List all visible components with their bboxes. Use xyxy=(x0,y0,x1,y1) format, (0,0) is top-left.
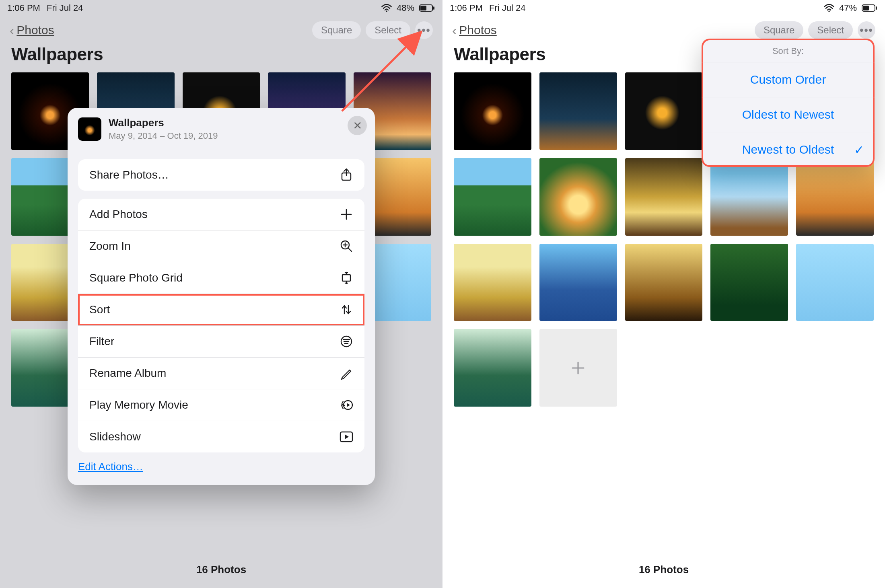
more-button[interactable]: ••• xyxy=(858,21,875,39)
zoom-in-label: Zoom In xyxy=(89,240,131,253)
svg-rect-14 xyxy=(876,6,877,10)
photo-count: 16 Photos xyxy=(442,563,885,576)
close-button[interactable]: ✕ xyxy=(348,116,367,135)
sort-oldest-to-newest[interactable]: Oldest to Newest xyxy=(702,97,875,132)
left-screenshot: 1:06 PM Fri Jul 24 48% ‹ Photos Square S… xyxy=(0,0,442,588)
status-date: Fri Jul 24 xyxy=(489,3,525,13)
photo-thumb[interactable] xyxy=(710,244,788,321)
slideshow-row[interactable]: Slideshow xyxy=(78,421,364,452)
photo-count: 16 Photos xyxy=(0,563,442,576)
sort-header: Sort By: xyxy=(702,39,875,62)
sort-newest-label: Newest to Oldest xyxy=(742,143,834,156)
status-time: 1:06 PM xyxy=(450,3,483,13)
battery-icon xyxy=(419,4,435,12)
status-battery: 47% xyxy=(839,3,857,13)
photo-thumb[interactable] xyxy=(539,244,617,321)
svg-rect-6 xyxy=(342,275,350,281)
rename-album-row[interactable]: Rename Album xyxy=(78,357,364,389)
back-label: Photos xyxy=(459,23,496,37)
back-button[interactable]: ‹ Photos xyxy=(10,23,54,38)
status-time: 1:06 PM xyxy=(7,3,40,13)
nav-row: ‹ Photos Square Select ••• xyxy=(0,16,442,44)
photo-thumb[interactable] xyxy=(454,158,531,236)
share-icon xyxy=(340,168,353,182)
sort-popover: Sort By: Custom Order Oldest to Newest N… xyxy=(702,39,875,167)
memory-movie-row[interactable]: Play Memory Movie xyxy=(78,389,364,421)
square-grid-icon xyxy=(340,271,353,285)
more-icon: ••• xyxy=(860,24,873,37)
more-button[interactable]: ••• xyxy=(415,21,433,39)
add-photos-row[interactable]: Add Photos xyxy=(78,199,364,230)
status-bar: 1:06 PM Fri Jul 24 47% xyxy=(442,0,885,16)
sort-row[interactable]: Sort xyxy=(78,294,364,325)
close-icon: ✕ xyxy=(353,119,362,132)
photo-thumb[interactable] xyxy=(454,72,531,150)
wifi-icon xyxy=(381,4,392,12)
svg-rect-13 xyxy=(863,6,869,10)
wifi-icon xyxy=(824,4,834,12)
edit-actions-link[interactable]: Edit Actions… xyxy=(78,461,364,473)
sheet-subtitle: May 9, 2014 – Oct 19, 2019 xyxy=(109,131,218,141)
zoom-in-row[interactable]: Zoom In xyxy=(78,230,364,262)
memory-movie-label: Play Memory Movie xyxy=(89,399,188,411)
square-grid-row[interactable]: Square Photo Grid xyxy=(78,262,364,294)
photo-thumb[interactable] xyxy=(539,158,617,236)
sort-oldest-label: Oldest to Newest xyxy=(742,108,834,121)
slideshow-icon xyxy=(340,430,353,444)
select-button[interactable]: Select xyxy=(366,21,410,39)
filter-row[interactable]: Filter xyxy=(78,325,364,357)
share-photos-row[interactable]: Share Photos… xyxy=(78,159,364,191)
back-button[interactable]: ‹ Photos xyxy=(452,23,497,38)
svg-point-11 xyxy=(828,10,830,12)
square-grid-label: Square Photo Grid xyxy=(89,271,183,284)
photo-thumb[interactable] xyxy=(796,244,874,321)
svg-rect-3 xyxy=(433,6,434,10)
share-photos-label: Share Photos… xyxy=(89,169,169,181)
memory-icon xyxy=(340,398,353,412)
filter-label: Filter xyxy=(89,335,114,348)
add-photos-label: Add Photos xyxy=(89,208,148,221)
status-battery: 48% xyxy=(397,3,414,13)
right-screenshot: 1:06 PM Fri Jul 24 47% ‹ Photos Square S… xyxy=(442,0,885,588)
sheet-title: Wallpapers xyxy=(109,117,218,129)
sort-icon xyxy=(340,303,353,317)
checkmark-icon: ✓ xyxy=(854,143,864,157)
square-button[interactable]: Square xyxy=(312,21,361,39)
magnify-plus-icon xyxy=(340,239,353,253)
sort-custom-label: Custom Order xyxy=(750,73,826,86)
svg-point-0 xyxy=(386,10,387,12)
rename-album-label: Rename Album xyxy=(89,367,166,380)
slideshow-label: Slideshow xyxy=(89,430,141,443)
more-icon: ••• xyxy=(417,24,430,37)
battery-icon xyxy=(862,4,878,12)
plus-icon xyxy=(340,208,353,221)
sort-custom-order[interactable]: Custom Order xyxy=(702,62,875,97)
pencil-icon xyxy=(340,366,353,380)
photo-thumb[interactable] xyxy=(539,72,617,150)
status-date: Fri Jul 24 xyxy=(47,3,83,13)
actions-sheet: Wallpapers May 9, 2014 – Oct 19, 2019 ✕ … xyxy=(68,108,375,485)
chevron-left-icon: ‹ xyxy=(10,23,14,38)
sort-newest-to-oldest[interactable]: Newest to Oldest ✓ xyxy=(702,132,875,167)
add-photo-tile[interactable] xyxy=(539,329,617,407)
square-button[interactable]: Square xyxy=(755,21,803,39)
back-label: Photos xyxy=(16,23,54,37)
photo-thumb[interactable] xyxy=(796,158,874,236)
photo-thumb[interactable] xyxy=(625,72,703,150)
page-title: Wallpapers xyxy=(0,44,442,64)
select-button[interactable]: Select xyxy=(808,21,853,39)
chevron-left-icon: ‹ xyxy=(452,23,457,38)
photo-thumb[interactable] xyxy=(625,244,703,321)
sort-label: Sort xyxy=(89,303,110,316)
svg-rect-2 xyxy=(420,6,426,10)
filter-icon xyxy=(340,335,353,348)
photo-thumb[interactable] xyxy=(625,158,703,236)
plus-icon xyxy=(570,360,586,376)
share-section: Share Photos… xyxy=(78,159,364,191)
photo-thumb[interactable] xyxy=(454,244,531,321)
photo-thumb[interactable] xyxy=(454,329,531,407)
actions-section: Add Photos Zoom In Square Photo Grid Sor… xyxy=(78,199,364,452)
status-bar: 1:06 PM Fri Jul 24 48% xyxy=(0,0,442,16)
album-thumb-icon xyxy=(78,117,101,141)
photo-thumb[interactable] xyxy=(710,158,788,236)
